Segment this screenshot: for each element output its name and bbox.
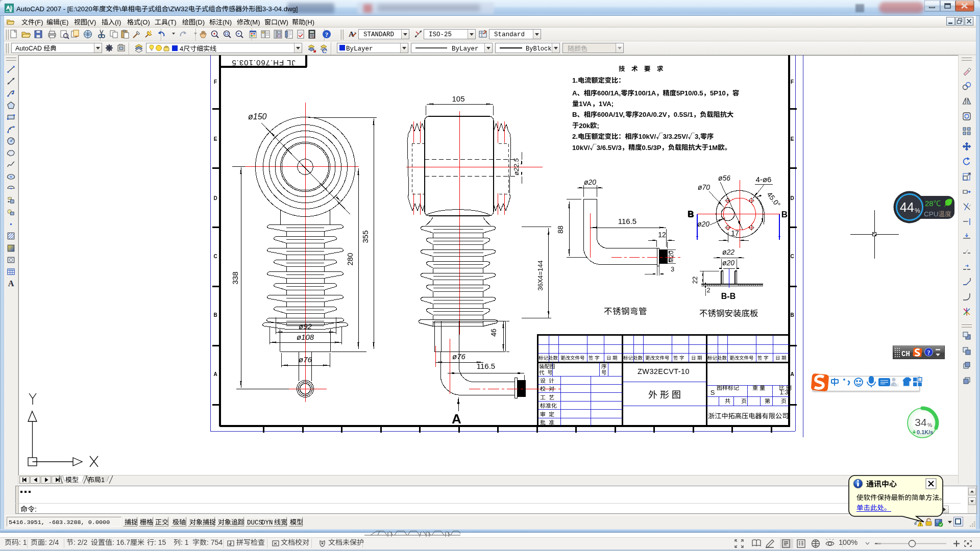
svg-text:12: 12: [658, 231, 666, 239]
svg-text:%: %: [915, 207, 920, 214]
svg-text:ø150: ø150: [248, 112, 267, 121]
svg-text:A: A: [213, 371, 217, 377]
svg-text:280: 280: [346, 253, 354, 265]
svg-text:338: 338: [231, 271, 239, 284]
svg-text:ø76: ø76: [299, 355, 312, 364]
svg-text:D: D: [790, 195, 794, 201]
svg-text:4-ø6: 4-ø6: [756, 175, 772, 184]
svg-text:16: 16: [894, 383, 899, 388]
svg-text:E: E: [214, 136, 217, 142]
svg-text:34: 34: [915, 416, 927, 428]
svg-text:44: 44: [900, 200, 914, 214]
svg-text:B-B: B-B: [721, 292, 736, 300]
svg-text:1:3: 1:3: [780, 389, 789, 396]
svg-text:3: 3: [671, 265, 674, 273]
svg-text:%: %: [927, 422, 932, 428]
svg-text:ø76: ø76: [452, 352, 466, 361]
svg-text:17: 17: [731, 229, 739, 237]
svg-text:C: C: [790, 254, 794, 259]
svg-text:22: 22: [691, 277, 699, 284]
svg-text:116.5: 116.5: [477, 362, 495, 370]
svg-text:ø20: ø20: [697, 220, 709, 228]
svg-text:46: 46: [489, 329, 498, 337]
svg-text:2: 2: [706, 286, 710, 294]
svg-text:ø20: ø20: [584, 178, 596, 186]
svg-text:A: A: [452, 411, 461, 427]
svg-text:D: D: [213, 195, 217, 201]
svg-text:E: E: [791, 136, 794, 142]
svg-text:A: A: [790, 371, 794, 377]
svg-text:?: ?: [927, 349, 930, 356]
svg-text:88: 88: [556, 226, 565, 234]
svg-text:F: F: [214, 79, 217, 85]
svg-text:ø56: ø56: [718, 174, 730, 182]
svg-text:ZW32ECVT-10: ZW32ECVT-10: [638, 367, 690, 375]
svg-text:JL FH.760.103.5: JL FH.760.103.5: [231, 59, 295, 67]
svg-text:B: B: [213, 312, 217, 318]
svg-text:C: C: [213, 254, 217, 259]
svg-text:36X4=144: 36X4=144: [536, 260, 544, 291]
svg-text:B: B: [781, 210, 788, 219]
svg-text:355: 355: [361, 230, 370, 243]
svg-text:116.5: 116.5: [618, 217, 636, 226]
svg-text:ø70: ø70: [698, 183, 710, 191]
svg-text:S: S: [710, 389, 715, 396]
svg-text:ø22: ø22: [722, 248, 734, 256]
svg-text:0.1K/s: 0.1K/s: [917, 429, 933, 435]
svg-text:ø22.5: ø22.5: [512, 158, 520, 176]
svg-text:ø92: ø92: [299, 322, 312, 331]
svg-text:B: B: [790, 312, 794, 318]
svg-text:B: B: [688, 210, 694, 219]
svg-text:F: F: [791, 79, 794, 85]
svg-text:ø20: ø20: [722, 259, 734, 267]
svg-text:45.0°: 45.0°: [766, 190, 782, 209]
svg-text:ø108: ø108: [297, 333, 314, 341]
svg-text:105: 105: [452, 94, 464, 103]
